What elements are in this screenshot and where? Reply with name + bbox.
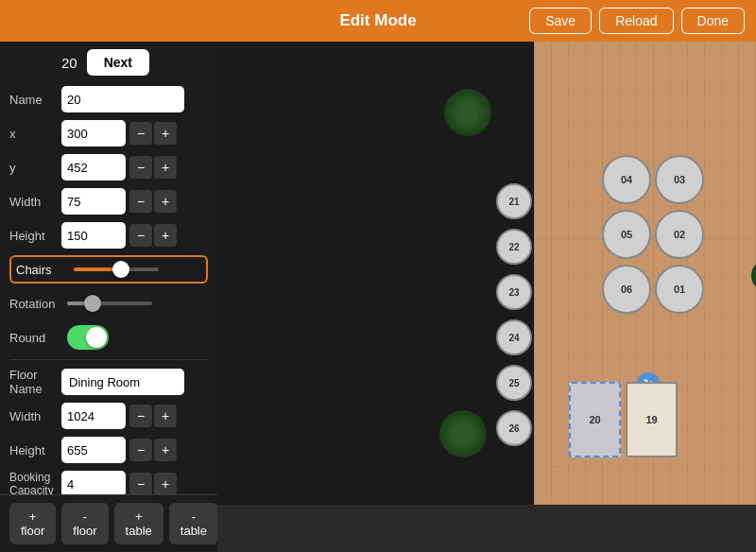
- header: Edit Mode Save Reload Done: [0, 0, 756, 42]
- done-button[interactable]: Done: [681, 8, 745, 34]
- round-toggle[interactable]: [67, 325, 109, 350]
- canvas-area[interactable]: 21 22 23 24 25 26 04 03 05 02 06 01 20 ↻…: [217, 42, 756, 552]
- height-row: Height − +: [9, 221, 208, 250]
- header-buttons: Save Reload Done: [529, 8, 745, 34]
- floor-height-label: Height: [9, 443, 61, 457]
- booking-increment[interactable]: +: [154, 473, 177, 494]
- booking-stepper: − +: [129, 473, 177, 494]
- table-25[interactable]: 25: [496, 365, 532, 401]
- x-decrement[interactable]: −: [129, 122, 152, 145]
- plant-bottom-left: [439, 410, 487, 457]
- height-input[interactable]: [61, 222, 126, 249]
- rotation-row: Rotation: [9, 289, 208, 318]
- reload-button[interactable]: Reload: [599, 8, 673, 34]
- floor-height-input[interactable]: [61, 437, 126, 463]
- floor-width-stepper: − +: [129, 405, 177, 427]
- floor-height-decrement[interactable]: −: [129, 439, 152, 461]
- y-row: y − +: [9, 153, 208, 181]
- table-06[interactable]: 06: [602, 265, 651, 314]
- chairs-label: Chairs: [16, 263, 68, 277]
- table-05[interactable]: 05: [602, 210, 651, 259]
- booking-capacity-input[interactable]: [61, 471, 126, 494]
- width-label: Width: [9, 195, 61, 209]
- rotation-label: Rotation: [9, 297, 61, 311]
- name-row: Name: [9, 85, 208, 113]
- floor-width-decrement[interactable]: −: [129, 405, 152, 427]
- x-increment[interactable]: +: [154, 122, 177, 145]
- remove-table-button[interactable]: - table: [169, 503, 218, 544]
- chairs-slider-track[interactable]: [74, 267, 159, 271]
- height-increment[interactable]: +: [154, 224, 177, 247]
- width-decrement[interactable]: −: [129, 190, 152, 213]
- width-increment[interactable]: +: [154, 190, 177, 213]
- y-stepper: − +: [129, 156, 177, 179]
- next-button[interactable]: Next: [87, 49, 149, 76]
- name-input[interactable]: [61, 86, 184, 112]
- floor-name-row: Floor Name: [9, 368, 208, 396]
- round-label: Round: [9, 331, 61, 345]
- y-input[interactable]: [61, 154, 126, 181]
- chairs-slider-thumb[interactable]: [112, 261, 129, 278]
- y-label: y: [9, 161, 61, 175]
- divider-1: [9, 359, 208, 360]
- add-floor-button[interactable]: + floor: [9, 503, 56, 544]
- add-table-button[interactable]: + table: [114, 503, 163, 544]
- table-04[interactable]: 04: [602, 155, 651, 204]
- top-row: 20 Next: [9, 49, 208, 76]
- table-19[interactable]: 19: [626, 382, 678, 457]
- booking-decrement[interactable]: −: [129, 473, 152, 494]
- floor-height-stepper: − +: [129, 439, 177, 461]
- save-button[interactable]: Save: [529, 8, 592, 34]
- table-02[interactable]: 02: [655, 210, 704, 259]
- height-decrement[interactable]: −: [129, 224, 152, 247]
- table-03[interactable]: 03: [655, 155, 704, 204]
- header-title: Edit Mode: [339, 11, 416, 30]
- table-20[interactable]: 20: [569, 382, 621, 457]
- floor-height-row: Height − +: [9, 436, 208, 464]
- floor-height-increment[interactable]: +: [154, 439, 177, 461]
- y-decrement[interactable]: −: [129, 156, 152, 179]
- x-input[interactable]: [61, 120, 126, 147]
- floor-width-input[interactable]: [61, 403, 126, 429]
- booking-capacity-row: BookingCapacity − +: [9, 470, 208, 494]
- table-22[interactable]: 22: [496, 229, 532, 265]
- height-stepper: − +: [129, 224, 177, 247]
- floor-width-label: Width: [9, 409, 61, 423]
- booking-label: BookingCapacity: [9, 471, 61, 494]
- rotation-slider-track[interactable]: [67, 302, 152, 305]
- height-label: Height: [9, 229, 61, 243]
- plant-top-left: [444, 89, 491, 136]
- main-area: 20 Next Name x − + y: [0, 42, 756, 552]
- x-stepper: − +: [129, 122, 177, 145]
- table-24[interactable]: 24: [496, 319, 532, 355]
- name-label: Name: [9, 93, 61, 107]
- table-21[interactable]: 21: [496, 183, 532, 219]
- selected-table-number: 20: [61, 55, 77, 71]
- width-stepper: − +: [129, 190, 177, 213]
- width-input[interactable]: [61, 188, 126, 215]
- rotation-slider-thumb[interactable]: [84, 295, 101, 312]
- floor-width-row: Width − +: [9, 402, 208, 430]
- toggle-knob: [86, 327, 107, 348]
- floor-name-input[interactable]: [61, 369, 184, 395]
- round-row: Round: [9, 323, 208, 352]
- width-row: Width − +: [9, 187, 208, 216]
- x-label: x: [9, 127, 61, 141]
- remove-floor-button[interactable]: - floor: [61, 503, 108, 544]
- left-panel: 20 Next Name x − + y: [0, 42, 217, 494]
- y-increment[interactable]: +: [154, 156, 177, 179]
- floor-name-label: Floor Name: [9, 368, 61, 396]
- table-01[interactable]: 01: [655, 265, 704, 314]
- table-23[interactable]: 23: [496, 274, 532, 310]
- left-panel-wrap: 20 Next Name x − + y: [0, 42, 217, 552]
- round-toggle-wrap: [67, 325, 109, 350]
- floor-width-increment[interactable]: +: [154, 405, 177, 427]
- x-row: x − +: [9, 119, 208, 147]
- bottom-action-buttons: + floor - floor + table - table: [0, 494, 217, 552]
- chairs-row: Chairs: [9, 255, 208, 284]
- table-26[interactable]: 26: [496, 410, 532, 446]
